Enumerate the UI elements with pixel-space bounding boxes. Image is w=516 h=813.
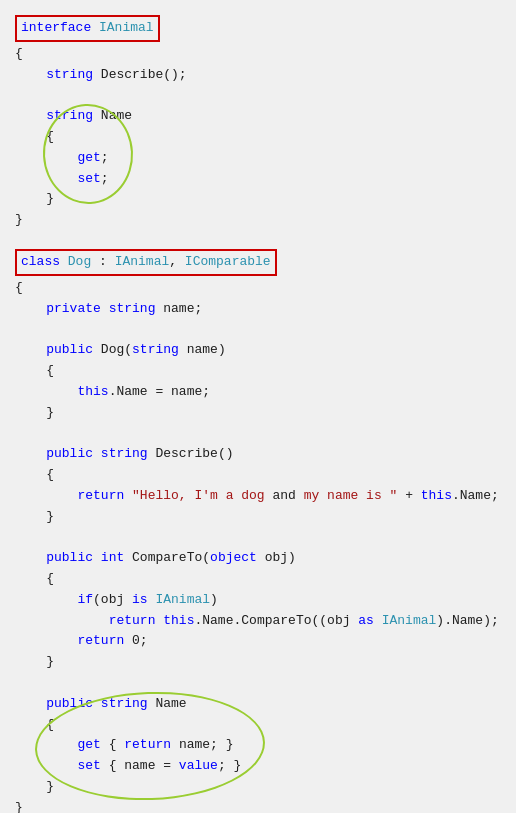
code-line: private string name; bbox=[15, 299, 501, 320]
code-line: set { name = value; } bbox=[15, 756, 501, 777]
code-line: { bbox=[15, 715, 501, 736]
class-header-box: class Dog : IAnimal, IComparable bbox=[15, 249, 277, 276]
keyword-class: class bbox=[21, 254, 68, 269]
class-name: Dog bbox=[68, 254, 91, 269]
code-line: public int CompareTo(object obj) bbox=[15, 548, 501, 569]
code-line: return this.Name.CompareTo((obj as IAnim… bbox=[15, 611, 501, 632]
code-line bbox=[15, 423, 501, 444]
code-line: string Describe(); bbox=[15, 65, 501, 86]
code-line bbox=[15, 527, 501, 548]
code-line: } bbox=[15, 403, 501, 424]
interface-section: interface IAnimal { string Describe(); s… bbox=[15, 15, 501, 231]
interface-header-box: interface IAnimal bbox=[15, 15, 160, 42]
code-line: this.Name = name; bbox=[15, 382, 501, 403]
code-line: string Name bbox=[15, 106, 501, 127]
class-colon: : bbox=[91, 254, 114, 269]
code-line: { bbox=[15, 127, 501, 148]
code-line: } bbox=[15, 798, 501, 813]
code-line: { bbox=[15, 569, 501, 590]
code-line bbox=[15, 85, 501, 106]
code-line: } bbox=[15, 210, 501, 231]
code-line bbox=[15, 319, 501, 340]
class-base2: IComparable bbox=[185, 254, 271, 269]
code-line: { bbox=[15, 361, 501, 382]
class-name-property: public string Name { get { return name; … bbox=[15, 694, 501, 798]
code-line: if(obj is IAnimal) bbox=[15, 590, 501, 611]
code-line bbox=[15, 673, 501, 694]
interface-name-property: string Name { get; set; } bbox=[15, 106, 501, 210]
code-line: public string Describe() bbox=[15, 444, 501, 465]
code-line: get { return name; } bbox=[15, 735, 501, 756]
code-line: return 0; bbox=[15, 631, 501, 652]
code-line: return "Hello, I'm a dog and my name is … bbox=[15, 486, 501, 507]
code-line: { bbox=[15, 465, 501, 486]
code-display: interface IAnimal { string Describe(); s… bbox=[15, 10, 501, 813]
code-line: public Dog(string name) bbox=[15, 340, 501, 361]
code-line: } bbox=[15, 652, 501, 673]
class-base1: IAnimal bbox=[115, 254, 170, 269]
code-line: } bbox=[15, 189, 501, 210]
code-line: get; bbox=[15, 148, 501, 169]
class-section: class Dog : IAnimal, IComparable { priva… bbox=[15, 249, 501, 813]
interface-name: IAnimal bbox=[99, 20, 154, 35]
code-line: public string Name bbox=[15, 694, 501, 715]
code-line: { bbox=[15, 278, 501, 299]
code-line: { bbox=[15, 44, 501, 65]
code-line: } bbox=[15, 507, 501, 528]
keyword-interface: interface bbox=[21, 20, 99, 35]
code-line: set; bbox=[15, 169, 501, 190]
code-line: } bbox=[15, 777, 501, 798]
